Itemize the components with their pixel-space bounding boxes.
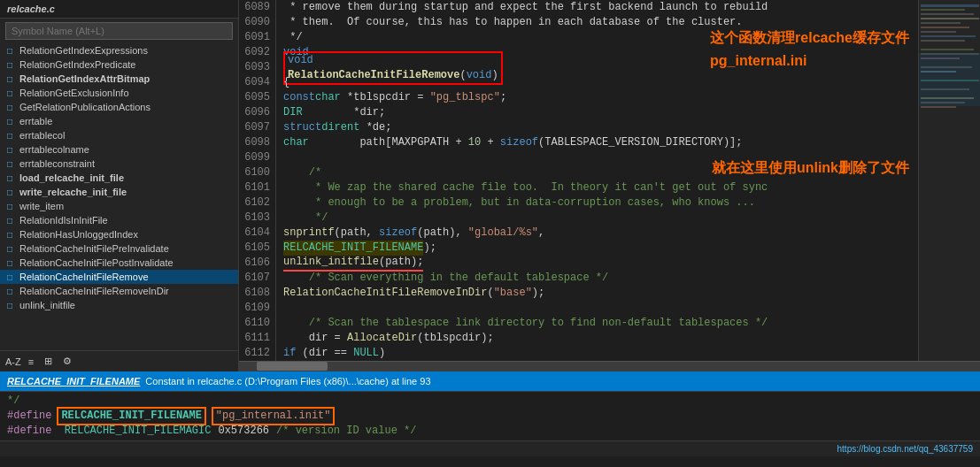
line-number: 6112 <box>239 346 270 361</box>
sidebar-item-label: RelationGetExclusionInfo <box>19 88 129 98</box>
sidebar-item[interactable]: □RelationCacheInitFilePreInvalidate <box>0 241 238 256</box>
code-line: */ <box>283 30 918 45</box>
code-content[interactable]: 这个函数清理relcache缓存文件 pg_internal.ini 就在这里使… <box>276 0 918 361</box>
sidebar-item[interactable]: □RelationGetIndexPredicate <box>0 57 238 72</box>
svg-rect-9 <box>921 49 974 50</box>
def-line-define: #define RELCACHE_INIT_FILENAME "pg_inter… <box>0 409 980 424</box>
item-icon: □ <box>4 143 16 156</box>
sidebar-item-label: RelationGetIndexPredicate <box>19 59 135 70</box>
item-icon: □ <box>4 299 16 311</box>
sidebar-item[interactable]: □errtableconstraint <box>0 157 238 171</box>
sidebar-item[interactable]: □GetRelationPublicationActions <box>0 100 238 114</box>
sidebar-item[interactable]: □RelationCacheInitFilePostInvalidate <box>0 256 238 270</box>
line-number: 6099 <box>239 150 270 165</box>
az-label: A-Z <box>5 356 21 367</box>
code-line: char path[MAXPGPATH + 10 + sizeof(TABLES… <box>283 135 918 150</box>
line-number: 6090 <box>239 15 270 30</box>
code-line <box>283 301 918 316</box>
line-number: 6105 <box>239 241 270 256</box>
sidebar-item[interactable]: □write_item <box>0 199 238 213</box>
svg-rect-6 <box>921 31 956 33</box>
sidebar-item[interactable]: □errtable <box>0 114 238 128</box>
item-icon: □ <box>4 200 16 212</box>
sidebar-item[interactable]: □RelationGetIndexAttrBitmap <box>0 72 238 86</box>
line-number: 6100 <box>239 165 270 180</box>
sidebar-item[interactable]: □write_relcache_init_file <box>0 185 238 199</box>
sidebar-item-label: errtableconstraint <box>19 158 95 169</box>
sidebar-item[interactable]: □RelationGetExclusionInfo <box>0 86 238 100</box>
svg-rect-5 <box>921 27 969 28</box>
sidebar-list: □RelationGetIndexExpressions□RelationGet… <box>0 43 238 350</box>
sidebar-item-label: RelationHasUnloggedIndex <box>19 229 138 240</box>
code-line: * remove them during startup and expect … <box>283 0 918 15</box>
define-keyword: #define <box>7 409 51 424</box>
sidebar-item-label: RelationIdIsInInitFile <box>19 215 108 226</box>
sidebar-item-label: errtablecolname <box>19 144 89 155</box>
magic-value: 0x573266 <box>218 424 269 439</box>
list-view-button[interactable]: ≡ <box>25 355 37 369</box>
code-line: snprintf(path, sizeof(path), "global/%s"… <box>283 226 918 241</box>
item-icon: □ <box>4 129 16 142</box>
minimap <box>918 0 980 361</box>
bottom-info-bar: https://blog.csdn.net/qq_43637759 <box>0 440 980 456</box>
code-line: RELCACHE_INIT_FILENAME); <box>283 241 918 256</box>
line-number: 6107 <box>239 271 270 286</box>
svg-rect-18 <box>921 106 956 108</box>
item-icon: □ <box>4 58 16 71</box>
item-icon: □ <box>4 73 16 85</box>
main-layout: relcache.c □RelationGetIndexExpressions□… <box>0 0 980 371</box>
minimap-content <box>919 0 980 361</box>
sidebar-item[interactable]: □errtablecol <box>0 128 238 142</box>
item-icon: □ <box>4 157 16 170</box>
item-icon: □ <box>4 87 16 99</box>
code-line: /* Scan everything in the default tables… <box>283 271 918 286</box>
scrollbar-thumb[interactable] <box>257 362 328 371</box>
sidebar-item[interactable]: □RelationHasUnloggedIndex <box>0 227 238 241</box>
item-icon: □ <box>4 172 16 184</box>
line-number: 6093 <box>239 60 270 75</box>
svg-rect-3 <box>921 18 979 19</box>
code-line: unlink_initfile(path); <box>283 256 918 271</box>
search-input[interactable] <box>5 22 233 40</box>
line-number: 6094 <box>239 75 270 90</box>
line-number: 6109 <box>239 301 270 316</box>
sidebar-item[interactable]: □RelationCacheInitFileRemoveInDir <box>0 284 238 298</box>
svg-rect-19 <box>919 53 980 106</box>
code-line: voidRelationCacheInitFileRemove(void) <box>283 60 918 75</box>
sidebar-item[interactable]: □RelationGetIndexExpressions <box>0 43 238 57</box>
grid-view-button[interactable]: ⊞ <box>41 354 56 369</box>
sidebar-item[interactable]: □unlink_initfile <box>0 298 238 312</box>
line-number: 6091 <box>239 30 270 45</box>
sidebar-item-label: RelationGetIndexExpressions <box>19 45 148 56</box>
magic-comment: /* version ID value */ <box>276 424 416 439</box>
sidebar-item-label: load_relcache_init_file <box>19 172 124 183</box>
svg-rect-4 <box>921 22 961 24</box>
minimap-svg <box>919 0 980 354</box>
code-line: const char *tblspcdir = "pg_tblspc"; <box>283 90 918 105</box>
code-line: if (dir == NULL) <box>283 346 918 361</box>
magic-name: RELCACHE_INIT_FILEMAGIC <box>58 424 212 439</box>
sidebar-item[interactable]: □RelationIdIsInInitFile <box>0 213 238 227</box>
horizontal-scrollbar[interactable] <box>239 361 980 371</box>
sidebar-item[interactable]: □RelationCacheInitFileRemove <box>0 270 238 284</box>
code-line: /* Scan the tablespace link directory to… <box>283 316 918 331</box>
sidebar-item-label: RelationCacheInitFileRemove <box>19 272 149 282</box>
sidebar-item-label: RelationCacheInitFilePostInvalidate <box>19 257 174 268</box>
line-number: 6106 <box>239 256 270 271</box>
sidebar-item[interactable]: □errtablecolname <box>0 142 238 157</box>
code-line: struct dirent *de; <box>283 120 918 135</box>
sidebar-item-label: GetRelationPublicationActions <box>19 102 150 112</box>
code-line: * them. Of course, this has to happen in… <box>283 15 918 30</box>
editor-area: 6089609060916092609360946095609660976098… <box>239 0 980 371</box>
sidebar-item-label: write_item <box>19 201 64 211</box>
svg-rect-7 <box>921 35 976 37</box>
sidebar-item[interactable]: □load_relcache_init_file <box>0 171 238 185</box>
line-number: 6097 <box>239 120 270 135</box>
code-line: * We zap the shared cache file too. In t… <box>283 180 918 195</box>
line-number: 6110 <box>239 316 270 331</box>
sidebar-item-label: RelationCacheInitFilePreInvalidate <box>19 243 169 254</box>
def-line-magic: #define RELCACHE_INIT_FILEMAGIC 0x573266… <box>0 424 980 439</box>
settings-button[interactable]: ⚙ <box>59 354 75 369</box>
line-number: 6103 <box>239 211 270 226</box>
line-number: 6101 <box>239 180 270 195</box>
